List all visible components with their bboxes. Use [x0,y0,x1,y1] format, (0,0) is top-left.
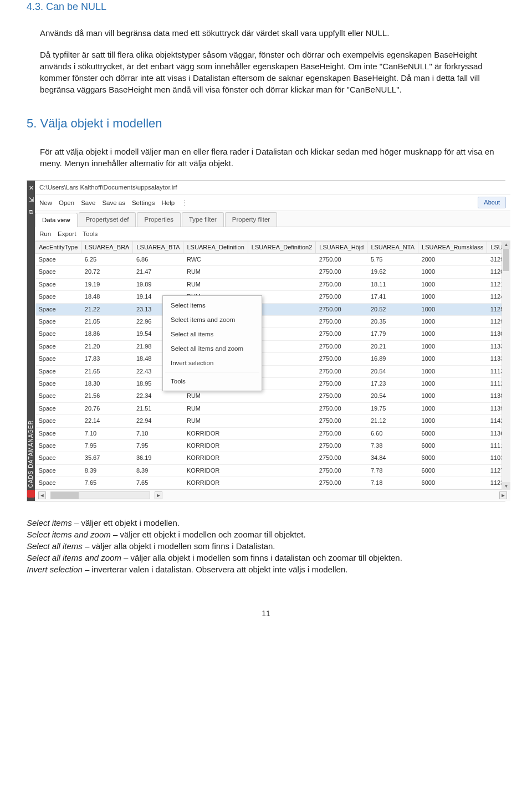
table-row[interactable]: Space21.2021.982750.0020.2110001133 [35,340,510,352]
cell: Space [35,266,81,278]
snap-icon[interactable]: ⧉ [29,208,34,216]
tool-run[interactable]: Run [39,229,51,238]
scroll-up-icon[interactable]: ▲ [502,241,510,249]
menu-save[interactable]: Save [81,198,95,207]
cm-invert[interactable]: Invert selection [163,356,262,370]
cell: 17.79 [367,328,418,340]
menu-open[interactable]: Open [59,198,74,207]
table-row[interactable]: Space19.1919.89RUM2750.0018.1110001121 [35,278,510,290]
cell [248,464,315,477]
table-row[interactable]: Space7.957.95KORRIDOR2750.007.3860001111 [35,439,510,452]
cell: Space [35,477,81,489]
tool-tools[interactable]: Tools [83,229,98,238]
cell: 21.22 [81,303,133,315]
cell: Space [35,328,81,340]
scroll-down-icon[interactable]: ▼ [502,482,510,490]
side-rail-label: CADS DATAMANAGER [27,420,35,488]
column-header[interactable]: LSUAREA_Rumsklass [418,241,487,253]
column-header[interactable]: LSUAREA_Definition [183,241,248,253]
def-select-all-zoom: – väljer alla objekt i modellen som finn… [121,553,402,562]
cm-select-items[interactable]: Select items [163,298,262,313]
tab-propertyset-def[interactable]: Propertyset def [79,212,136,226]
cell: 7.95 [81,439,133,452]
cell: KORRIDOR [183,452,248,464]
table-row[interactable]: Space35.6736.19KORRIDOR2750.0034.8460001… [35,452,510,464]
cell: KORRIDOR [183,477,248,489]
cell: 6000 [418,452,487,464]
cell: 2750.00 [316,415,367,427]
table-row[interactable]: Space21.2223.132750.0020.5210001125 [35,303,510,315]
column-header[interactable]: AecEntityType [35,241,81,253]
close-icon[interactable]: ✕ [29,184,34,192]
table-row[interactable]: Space20.7221.47RUM2750.0019.6210001120 [35,266,510,278]
cell: RUM [183,402,248,414]
table-row[interactable]: Space7.657.65KORRIDOR2750.007.1860001123 [35,477,510,489]
tab-properties[interactable]: Properties [137,212,180,226]
column-header[interactable]: LSUAREA_BRA [81,241,133,253]
cell: 2750.00 [316,254,367,266]
table-row[interactable]: Space6.256.86RWC2750.005.7520003129 [35,254,510,266]
scroll-right-icon[interactable]: ► [155,491,162,499]
tabbar: Data view Propertyset def Properties Typ… [35,211,510,227]
cell: 5.75 [367,254,418,266]
table-row[interactable]: Space8.398.39KORRIDOR2750.007.7860001127 [35,464,510,477]
cell: Space [35,316,81,328]
def-select-items-zoom: – väljer ett objekt i modellen och zooma… [111,530,306,539]
about-button[interactable]: About [478,197,506,208]
table-row[interactable]: Space7.107.10KORRIDOR2750.006.6060001136 [35,427,510,439]
hscroll-thumb[interactable] [51,492,79,499]
column-header[interactable]: LSUAREA_NTA [367,241,418,253]
cell: Space [35,402,81,414]
menu-settings[interactable]: Settings [132,198,155,207]
table-row[interactable]: Space17.8318.482750.0016.8910001133 [35,353,510,365]
cell: 6.86 [133,254,183,266]
table-row[interactable]: Space18.4819.14RUM2750.0017.4110001124 [35,291,510,303]
menu-save-as[interactable]: Save as [102,198,125,207]
cell: Space [35,390,81,402]
menu-help[interactable]: Help [162,198,175,207]
table-row[interactable]: Space18.3018.952750.0017.2310001112 [35,377,510,390]
column-header[interactable]: LSUAREA_Höjd [316,241,367,253]
cell: 2750.00 [316,402,367,414]
table-row[interactable]: Space22.1422.94RUM2750.0021.1210001142 [35,415,510,427]
scroll-thumb[interactable] [503,249,509,271]
table-row[interactable]: Space18.8619.542750.0017.7910001130 [35,328,510,340]
tool-export[interactable]: Export [58,229,76,238]
cell: 22.34 [133,390,183,402]
table-row[interactable]: Space21.5622.34RUM2750.0020.5410001138 [35,390,510,402]
table-row[interactable]: Space20.7621.51RUM2750.0019.7510001139 [35,402,510,414]
cell: 6000 [418,477,487,489]
column-header[interactable]: LSUAREA_Definition2 [248,241,315,253]
cm-select-all[interactable]: Select all items [163,327,262,341]
horizontal-scrollbar[interactable]: ◄ ► ► [35,489,510,501]
cell: 2750.00 [316,266,367,278]
cell: 21.12 [367,415,418,427]
cell: 7.18 [367,477,418,489]
cell: KORRIDOR [183,439,248,452]
scroll-right-end-icon[interactable]: ► [499,491,507,499]
cell: 21.05 [81,316,133,328]
cm-tools[interactable]: Tools [163,374,262,388]
vertical-scrollbar[interactable]: ▲ ▼ [502,241,510,490]
pin-icon[interactable]: ⇲ [29,196,34,204]
menu-new[interactable]: New [39,198,52,207]
table-row[interactable]: Space21.6522.432750.0020.5410001113 [35,365,510,377]
cm-select-all-zoom[interactable]: Select all items and zoom [163,341,262,356]
cell: 2750.00 [316,477,367,489]
app-logo-icon [27,490,35,498]
term-invert: Invert selection [27,565,83,574]
scroll-left-icon[interactable]: ◄ [38,491,46,499]
tab-property-filter[interactable]: Property filter [225,212,277,226]
tab-type-filter[interactable]: Type filter [182,212,224,226]
cell: 16.89 [367,353,418,365]
tab-data-view[interactable]: Data view [35,213,78,227]
app-pane: C:\Users\Lars Kalthoff\Documents\uppsala… [35,181,510,501]
table-row[interactable]: Space21.0522.962750.0020.3510001129 [35,316,510,328]
column-header[interactable]: LSUAREA_BTA [133,241,183,253]
cell: 17.41 [367,291,418,303]
data-grid[interactable]: AecEntityTypeLSUAREA_BRALSUAREA_BTALSUAR… [35,241,510,490]
cell: 21.56 [81,390,133,402]
cell: 20.54 [367,365,418,377]
cell: 20.35 [367,316,418,328]
cm-select-items-zoom[interactable]: Select items and zoom [163,313,262,327]
